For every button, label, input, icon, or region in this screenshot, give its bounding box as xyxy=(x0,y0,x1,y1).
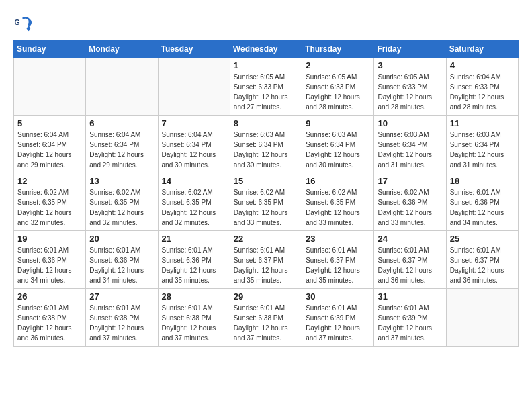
day-number: 1 xyxy=(234,60,298,71)
calendar-cell: 4Sunrise: 6:04 AM Sunset: 6:33 PM Daylig… xyxy=(446,58,518,116)
day-number: 7 xyxy=(162,118,226,128)
day-info: Sunrise: 6:05 AM Sunset: 6:33 PM Dayligh… xyxy=(378,72,442,112)
day-number: 16 xyxy=(306,176,370,186)
day-number: 22 xyxy=(234,234,298,244)
day-info: Sunrise: 6:01 AM Sunset: 6:38 PM Dayligh… xyxy=(234,303,298,343)
calendar-cell: 19Sunrise: 6:01 AM Sunset: 6:36 PM Dayli… xyxy=(14,231,86,289)
day-number: 11 xyxy=(450,118,515,128)
day-number: 31 xyxy=(378,291,442,302)
day-info: Sunrise: 6:03 AM Sunset: 6:34 PM Dayligh… xyxy=(450,130,515,170)
day-info: Sunrise: 6:02 AM Sunset: 6:35 PM Dayligh… xyxy=(234,187,298,228)
calendar-week-row: 1Sunrise: 6:05 AM Sunset: 6:33 PM Daylig… xyxy=(14,58,519,116)
calendar-week-row: 26Sunrise: 6:01 AM Sunset: 6:38 PM Dayli… xyxy=(14,289,519,347)
calendar-cell: 17Sunrise: 6:02 AM Sunset: 6:36 PM Dayli… xyxy=(374,173,446,231)
calendar-cell: 16Sunrise: 6:02 AM Sunset: 6:35 PM Dayli… xyxy=(302,173,374,231)
day-info: Sunrise: 6:02 AM Sunset: 6:35 PM Dayligh… xyxy=(162,187,226,228)
logo: G xyxy=(13,13,36,34)
day-info: Sunrise: 6:01 AM Sunset: 6:38 PM Dayligh… xyxy=(89,303,154,343)
calendar-cell: 28Sunrise: 6:01 AM Sunset: 6:38 PM Dayli… xyxy=(158,289,230,347)
day-number: 24 xyxy=(378,234,442,244)
page-header: G xyxy=(13,13,519,34)
calendar-cell xyxy=(86,58,158,116)
day-number: 13 xyxy=(89,176,154,186)
day-number: 18 xyxy=(450,176,515,186)
day-of-week-header: Sunday xyxy=(14,41,86,58)
day-number: 26 xyxy=(17,291,82,302)
calendar-cell: 22Sunrise: 6:01 AM Sunset: 6:37 PM Dayli… xyxy=(230,231,302,289)
calendar-week-row: 5Sunrise: 6:04 AM Sunset: 6:34 PM Daylig… xyxy=(14,116,519,173)
day-number: 5 xyxy=(17,118,82,128)
calendar-cell: 24Sunrise: 6:01 AM Sunset: 6:37 PM Dayli… xyxy=(374,231,446,289)
calendar-cell: 3Sunrise: 6:05 AM Sunset: 6:33 PM Daylig… xyxy=(374,58,446,116)
day-number: 29 xyxy=(234,291,298,302)
day-info: Sunrise: 6:04 AM Sunset: 6:33 PM Dayligh… xyxy=(450,72,515,112)
day-number: 21 xyxy=(162,234,226,244)
day-number: 6 xyxy=(89,118,154,128)
day-number: 8 xyxy=(234,118,298,128)
calendar-week-row: 12Sunrise: 6:02 AM Sunset: 6:35 PM Dayli… xyxy=(14,173,519,231)
day-number: 12 xyxy=(17,176,82,186)
calendar-cell: 31Sunrise: 6:01 AM Sunset: 6:39 PM Dayli… xyxy=(374,289,446,347)
day-info: Sunrise: 6:02 AM Sunset: 6:35 PM Dayligh… xyxy=(306,187,370,228)
calendar-cell: 1Sunrise: 6:05 AM Sunset: 6:33 PM Daylig… xyxy=(230,58,302,116)
day-info: Sunrise: 6:02 AM Sunset: 6:36 PM Dayligh… xyxy=(378,187,442,228)
calendar-cell: 13Sunrise: 6:02 AM Sunset: 6:35 PM Dayli… xyxy=(86,173,158,231)
day-number: 28 xyxy=(162,291,226,302)
day-info: Sunrise: 6:01 AM Sunset: 6:38 PM Dayligh… xyxy=(162,303,226,343)
day-of-week-header: Friday xyxy=(374,41,446,58)
day-info: Sunrise: 6:01 AM Sunset: 6:36 PM Dayligh… xyxy=(89,245,154,285)
day-of-week-header: Tuesday xyxy=(158,41,230,58)
day-info: Sunrise: 6:02 AM Sunset: 6:35 PM Dayligh… xyxy=(17,187,82,228)
calendar-cell: 5Sunrise: 6:04 AM Sunset: 6:34 PM Daylig… xyxy=(14,116,86,173)
calendar-cell: 18Sunrise: 6:01 AM Sunset: 6:36 PM Dayli… xyxy=(446,173,518,231)
day-info: Sunrise: 6:01 AM Sunset: 6:39 PM Dayligh… xyxy=(378,303,442,343)
calendar-cell: 7Sunrise: 6:04 AM Sunset: 6:34 PM Daylig… xyxy=(158,116,230,173)
day-info: Sunrise: 6:01 AM Sunset: 6:36 PM Dayligh… xyxy=(17,245,82,285)
day-number: 4 xyxy=(450,60,515,71)
day-info: Sunrise: 6:05 AM Sunset: 6:33 PM Dayligh… xyxy=(234,72,298,112)
day-info: Sunrise: 6:05 AM Sunset: 6:33 PM Dayligh… xyxy=(306,72,370,112)
calendar-cell: 25Sunrise: 6:01 AM Sunset: 6:37 PM Dayli… xyxy=(446,231,518,289)
calendar-cell: 14Sunrise: 6:02 AM Sunset: 6:35 PM Dayli… xyxy=(158,173,230,231)
calendar-cell: 2Sunrise: 6:05 AM Sunset: 6:33 PM Daylig… xyxy=(302,58,374,116)
day-info: Sunrise: 6:01 AM Sunset: 6:37 PM Dayligh… xyxy=(234,245,298,285)
day-number: 25 xyxy=(450,234,515,244)
day-number: 2 xyxy=(306,60,370,71)
day-number: 14 xyxy=(162,176,226,186)
day-number: 9 xyxy=(306,118,370,128)
day-info: Sunrise: 6:01 AM Sunset: 6:36 PM Dayligh… xyxy=(450,187,515,228)
day-info: Sunrise: 6:03 AM Sunset: 6:34 PM Dayligh… xyxy=(234,130,298,170)
calendar-table: SundayMondayTuesdayWednesdayThursdayFrid… xyxy=(13,40,519,347)
day-number: 27 xyxy=(89,291,154,302)
svg-text:G: G xyxy=(15,18,20,26)
day-info: Sunrise: 6:03 AM Sunset: 6:34 PM Dayligh… xyxy=(378,130,442,170)
day-number: 17 xyxy=(378,176,442,186)
day-info: Sunrise: 6:01 AM Sunset: 6:37 PM Dayligh… xyxy=(306,245,370,285)
calendar-cell: 9Sunrise: 6:03 AM Sunset: 6:34 PM Daylig… xyxy=(302,116,374,173)
day-number: 10 xyxy=(378,118,442,128)
calendar-cell: 15Sunrise: 6:02 AM Sunset: 6:35 PM Dayli… xyxy=(230,173,302,231)
calendar-cell: 20Sunrise: 6:01 AM Sunset: 6:36 PM Dayli… xyxy=(86,231,158,289)
calendar-cell: 21Sunrise: 6:01 AM Sunset: 6:36 PM Dayli… xyxy=(158,231,230,289)
day-number: 3 xyxy=(378,60,442,71)
day-info: Sunrise: 6:03 AM Sunset: 6:34 PM Dayligh… xyxy=(306,130,370,170)
day-of-week-header: Saturday xyxy=(446,41,518,58)
day-number: 30 xyxy=(306,291,370,302)
day-info: Sunrise: 6:01 AM Sunset: 6:37 PM Dayligh… xyxy=(450,245,515,285)
day-info: Sunrise: 6:01 AM Sunset: 6:38 PM Dayligh… xyxy=(17,303,82,343)
day-info: Sunrise: 6:01 AM Sunset: 6:36 PM Dayligh… xyxy=(162,245,226,285)
calendar-cell: 12Sunrise: 6:02 AM Sunset: 6:35 PM Dayli… xyxy=(14,173,86,231)
calendar-header-row: SundayMondayTuesdayWednesdayThursdayFrid… xyxy=(14,41,519,58)
day-number: 19 xyxy=(17,234,82,244)
calendar-cell xyxy=(446,289,518,347)
day-of-week-header: Wednesday xyxy=(230,41,302,58)
day-info: Sunrise: 6:04 AM Sunset: 6:34 PM Dayligh… xyxy=(162,130,226,170)
calendar-cell xyxy=(158,58,230,116)
day-info: Sunrise: 6:04 AM Sunset: 6:34 PM Dayligh… xyxy=(17,130,82,170)
calendar-cell: 6Sunrise: 6:04 AM Sunset: 6:34 PM Daylig… xyxy=(86,116,158,173)
day-number: 15 xyxy=(234,176,298,186)
calendar-cell: 30Sunrise: 6:01 AM Sunset: 6:39 PM Dayli… xyxy=(302,289,374,347)
calendar-cell: 29Sunrise: 6:01 AM Sunset: 6:38 PM Dayli… xyxy=(230,289,302,347)
day-info: Sunrise: 6:01 AM Sunset: 6:37 PM Dayligh… xyxy=(378,245,442,285)
day-of-week-header: Thursday xyxy=(302,41,374,58)
